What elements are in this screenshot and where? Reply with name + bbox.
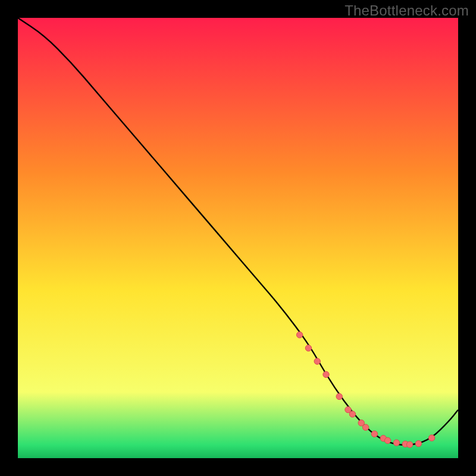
data-point	[349, 411, 355, 417]
data-point	[296, 332, 302, 338]
bottleneck-plot	[18, 18, 458, 458]
data-point	[428, 435, 434, 441]
data-point	[314, 358, 320, 364]
data-point	[305, 345, 311, 351]
gradient-background	[18, 18, 458, 458]
data-point	[336, 393, 342, 399]
chart-frame: TheBottleneck.com	[0, 0, 476, 476]
data-point	[393, 440, 399, 446]
data-point	[406, 441, 412, 447]
data-point	[362, 424, 368, 430]
data-point	[415, 440, 421, 446]
chart-svg	[18, 18, 458, 458]
data-point	[371, 431, 377, 437]
data-point	[323, 371, 329, 377]
data-point	[384, 437, 390, 443]
watermark-text: TheBottleneck.com	[345, 2, 469, 19]
